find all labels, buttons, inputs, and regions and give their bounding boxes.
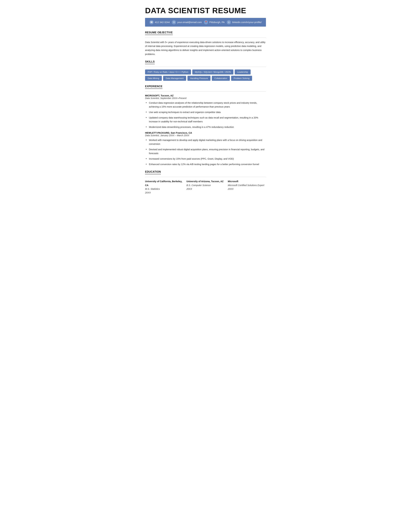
phone-icon: ☎	[149, 20, 154, 24]
edu-degree: B.S. Computer Science	[187, 183, 225, 187]
edu-school: University of California, Berkeley, CA	[145, 180, 183, 187]
exp-bullet-item: Worked with management to develop and ap…	[145, 138, 266, 146]
exp-bullet-item: Use web scraping techniques to extract a…	[145, 110, 266, 114]
skill-badge: PHP / Ruby on Rails / Java / C++ / Pytho…	[145, 69, 191, 75]
skill-badge: Data Mining	[145, 76, 162, 81]
exp-bullet-item: Enhanced conversion rates by 12% via A/B…	[145, 162, 266, 166]
exp-role: Data Scientist, September 20XX–Present	[145, 97, 266, 99]
experience-title: EXPERIENCE	[145, 85, 162, 89]
exp-bullet-item: Devised and implemented robust digital a…	[145, 148, 266, 155]
skill-badge: Problem Solving	[231, 76, 252, 81]
edu-school: University of Arizona, Tucson, AZ	[187, 180, 225, 183]
edu-year: 20XX	[228, 187, 266, 191]
contact-email: ✉ your.email@email.com	[172, 20, 202, 24]
contact-phone: ☎ 412 342-3244	[149, 20, 170, 24]
contact-location: 📍 Pittsburgh, PA	[204, 20, 225, 24]
email-icon: ✉	[172, 20, 176, 24]
experience-entry: HEWLETT-PACKARD, San Francisco, CAData S…	[145, 131, 266, 166]
location-text: Pittsburgh, PA	[209, 21, 225, 24]
exp-bullet-item: Updated company data warehousing techniq…	[145, 116, 266, 124]
exp-role: Data Scientist, January 20XX – March 20X…	[145, 134, 266, 137]
experience-entry: MICROSOFT, Tucson, AZData Scientist, Sep…	[145, 94, 266, 129]
skills-divider	[145, 67, 266, 67]
phone-text: 412 342-3244	[155, 21, 170, 24]
exp-bullets: Worked with management to develop and ap…	[145, 138, 266, 166]
edu-degree: Microsoft Certified Solutions Expert	[228, 183, 266, 187]
location-icon: 📍	[204, 20, 208, 24]
education-section: EDUCATION University of California, Berk…	[145, 171, 266, 195]
exp-company: MICROSOFT, Tucson, AZ	[145, 94, 266, 97]
education-divider	[145, 177, 266, 177]
education-entry: University of California, Berkeley, CAM.…	[145, 180, 183, 195]
skill-badge: MySQL / SQLite3 / MongoDB / JSON	[192, 69, 234, 75]
exp-bullet-item: Increased conversions by 15% from paid s…	[145, 157, 266, 161]
education-grid: University of California, Berkeley, CAM.…	[145, 180, 266, 195]
education-title: EDUCATION	[145, 171, 161, 174]
education-entry: University of Arizona, Tucson, AZB.S. Co…	[187, 180, 225, 195]
skills-container: PHP / Ruby on Rails / Java / C++ / Pytho…	[145, 69, 266, 81]
skills-section: SKILLS PHP / Ruby on Rails / Java / C++ …	[145, 60, 266, 81]
exp-bullets: Conduct data regression analyses of the …	[145, 101, 266, 129]
exp-bullet-item: Modernized data streamlining processes, …	[145, 125, 266, 129]
contact-bar: ☎ 412 342-3244 ✉ your.email@email.com 📍 …	[145, 18, 266, 27]
objective-section: RESUME OBJECTIVE Data Scientist with 5+ …	[145, 31, 266, 56]
email-text: your.email@email.com	[177, 21, 202, 24]
edu-degree: M.S. Statistics	[145, 187, 183, 191]
edu-year: 20XX	[187, 187, 225, 191]
skill-badge: Leadership	[235, 69, 251, 75]
objective-title: RESUME OBJECTIVE	[145, 31, 173, 35]
linkedin-icon: in	[227, 20, 231, 24]
skill-badge: Data Management	[163, 76, 186, 81]
experience-divider	[145, 91, 266, 92]
page-title: DATA SCIENTIST RESUME	[145, 6, 266, 15]
experience-section: EXPERIENCE MICROSOFT, Tucson, AZData Sci…	[145, 85, 266, 166]
edu-year: 20XX	[145, 191, 183, 195]
skill-badge: Handling Pressure	[187, 76, 211, 81]
edu-school: Microsoft	[228, 180, 266, 183]
objective-text: Data Scientist with 5+ years of experien…	[145, 40, 266, 56]
skills-title: SKILLS	[145, 60, 155, 64]
objective-divider	[145, 38, 266, 38]
exp-company: HEWLETT-PACKARD, San Francisco, CA	[145, 131, 266, 134]
exp-bullet-item: Conduct data regression analyses of the …	[145, 101, 266, 109]
linkedin-text: linkedin.com/in/your-profile/	[232, 21, 262, 24]
contact-linkedin: in linkedin.com/in/your-profile/	[227, 20, 262, 24]
education-entry: MicrosoftMicrosoft Certified Solutions E…	[228, 180, 266, 195]
skill-badge: Collaboration	[212, 76, 230, 81]
